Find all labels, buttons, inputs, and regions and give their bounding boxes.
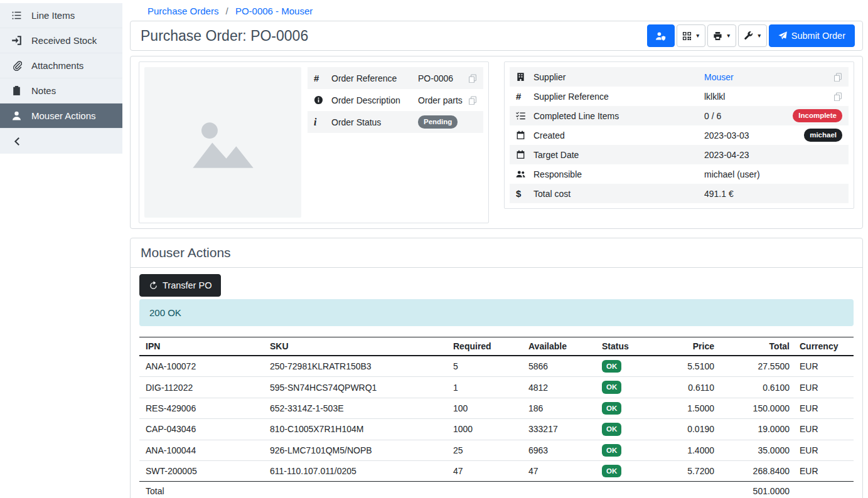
- ok-badge: OK: [602, 381, 621, 393]
- detail-label: Order Reference: [331, 73, 418, 83]
- sku-cell: 250-72981KLRATR150B3: [265, 356, 448, 377]
- user-shield-icon: [655, 31, 666, 41]
- mouser-actions-title: Mouser Actions: [141, 245, 852, 260]
- ok-badge: OK: [602, 402, 621, 415]
- sign-in-icon: [11, 35, 22, 46]
- transfer-po-button[interactable]: Transfer PO: [139, 274, 221, 297]
- sidebar-item-attachments[interactable]: Attachments: [0, 53, 122, 78]
- dollar-icon: $: [516, 188, 533, 199]
- sidebar-item-label: Notes: [31, 85, 56, 96]
- qrcode-icon: [682, 31, 692, 41]
- available-cell: 5866: [523, 356, 597, 377]
- total-cell: 0.6100: [719, 377, 795, 398]
- footer-total-label: Total: [139, 482, 265, 498]
- header-action-buttons: ▾ ▾ ▾ Submi: [647, 24, 855, 47]
- detail-value: 0 / 6: [704, 111, 721, 121]
- col-header-ipn: IPN: [139, 337, 265, 356]
- printer-icon: [713, 31, 722, 41]
- barcode-actions-dropdown[interactable]: ▾: [677, 24, 705, 47]
- copy-icon[interactable]: [468, 96, 477, 105]
- print-actions-dropdown[interactable]: ▾: [707, 24, 736, 47]
- table-header-row: IPN SKU Required Available Status Price …: [139, 337, 854, 356]
- col-header-status: Status: [597, 337, 656, 356]
- ipn-cell: CAP-043046: [139, 419, 265, 440]
- line-item-row: ANA-100044 926-LMC7101QM5/NOPB 25 6963 O…: [139, 440, 854, 460]
- detail-label: Total cost: [533, 189, 704, 199]
- users-icon: [516, 169, 533, 179]
- building-icon: [516, 72, 533, 82]
- breadcrumb-current-order[interactable]: PO-0006 - Mouser: [235, 6, 313, 16]
- ok-badge: OK: [602, 423, 621, 435]
- required-cell: 47: [448, 460, 523, 481]
- copy-icon[interactable]: [833, 92, 842, 101]
- col-header-sku: SKU: [265, 337, 448, 356]
- ipn-cell: ANA-100044: [139, 440, 265, 460]
- sidebar-list: Line Items Received Stock Attachments No…: [0, 3, 122, 154]
- sidebar-item-line-items[interactable]: Line Items: [0, 3, 122, 28]
- currency-cell: EUR: [795, 356, 854, 377]
- caret-down-icon: ▾: [696, 33, 699, 39]
- hash-icon: #: [516, 91, 533, 102]
- sku-cell: 611-110.107.011/0205: [265, 460, 448, 481]
- sidebar-item-mouser-actions[interactable]: Mouser Actions: [0, 103, 122, 129]
- copy-icon[interactable]: [468, 74, 477, 83]
- detail-label: Supplier: [533, 72, 704, 82]
- admin-user-button[interactable]: [647, 24, 675, 47]
- sidebar-collapse-button[interactable]: [0, 129, 122, 154]
- refresh-icon: [149, 281, 158, 290]
- sidebar-item-label: Mouser Actions: [31, 110, 96, 121]
- calendar-icon: [516, 130, 533, 140]
- status-cell: OK: [597, 398, 656, 418]
- price-cell: 1.4000: [656, 440, 719, 460]
- list-check-icon: [516, 111, 533, 120]
- detail-label: Target Date: [533, 150, 704, 160]
- currency-cell: EUR: [795, 419, 854, 440]
- sidebar: Line Items Received Stock Attachments No…: [0, 0, 122, 498]
- supplier-link[interactable]: Mouser: [704, 72, 734, 82]
- order-details-panel: # Order Reference PO-0006 Order Descript…: [130, 56, 863, 229]
- available-cell: 186: [523, 398, 597, 418]
- breadcrumb-purchase-orders[interactable]: Purchase Orders: [147, 6, 218, 16]
- calendar-icon: [516, 150, 533, 159]
- paperclip-icon: [11, 60, 22, 71]
- detail-row-supplier: Supplier Mouser: [510, 67, 849, 87]
- copy-icon[interactable]: [833, 73, 842, 82]
- line-item-row: ANA-100072 250-72981KLRATR150B3 5 5866 O…: [139, 356, 854, 377]
- order-image-placeholder[interactable]: [144, 67, 301, 218]
- detail-value: 2023-03-03: [704, 130, 749, 140]
- required-cell: 100: [448, 398, 523, 418]
- currency-cell: EUR: [795, 460, 854, 481]
- order-details-table: # Order Reference PO-0006 Order Descript…: [308, 67, 483, 133]
- sku-cell: 926-LMC7101QM5/NOPB: [265, 440, 448, 460]
- price-cell: 5.5100: [656, 356, 719, 377]
- sidebar-item-label: Line Items: [31, 10, 75, 21]
- app-root: Line Items Received Stock Attachments No…: [0, 0, 868, 498]
- sidebar-item-label: Attachments: [31, 60, 83, 71]
- detail-value: lklklkl: [704, 92, 725, 102]
- table-footer-row: Total 501.0000: [139, 482, 854, 498]
- col-header-total: Total: [719, 337, 795, 356]
- mouser-actions-panel: Mouser Actions Transfer PO 200 OK: [130, 238, 863, 498]
- detail-label: Order Description: [331, 95, 418, 105]
- detail-value: 2023-04-23: [704, 150, 749, 160]
- sidebar-item-received-stock[interactable]: Received Stock: [0, 28, 122, 53]
- caret-down-icon: ▾: [758, 33, 761, 39]
- price-cell: 0.0190: [656, 419, 719, 440]
- currency-cell: EUR: [795, 440, 854, 460]
- order-details-card: # Order Reference PO-0006 Order Descript…: [139, 61, 489, 223]
- detail-row-order-description: Order Description Order parts: [308, 89, 483, 111]
- supplier-details-card: Supplier Mouser # Supplier Reference lkl…: [504, 61, 854, 209]
- detail-row-order-status: i Order Status Pending: [308, 111, 483, 133]
- order-actions-dropdown[interactable]: ▾: [738, 24, 767, 47]
- sku-cell: 652-3314Z-1-503E: [265, 398, 448, 418]
- submit-order-button[interactable]: Submit Order: [769, 24, 855, 47]
- user-icon: [11, 110, 22, 121]
- detail-row-total-cost: $ Total cost 491.1 €: [510, 184, 849, 203]
- main-content: Purchase Orders / PO-0006 - Mouser Purch…: [122, 0, 868, 498]
- sidebar-item-notes[interactable]: Notes: [0, 78, 122, 103]
- total-cell: 27.5500: [719, 356, 795, 377]
- ok-badge: OK: [602, 465, 621, 477]
- required-cell: 25: [448, 440, 523, 460]
- detail-row-responsible: Responsible michael (user): [510, 164, 849, 184]
- total-cell: 150.0000: [719, 398, 795, 418]
